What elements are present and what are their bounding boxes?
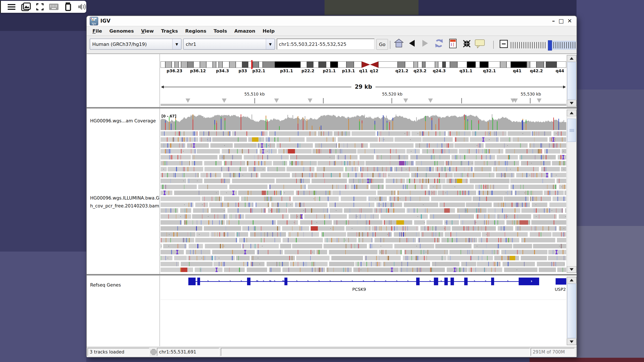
zoom-tick <box>560 42 560 48</box>
copy-icon[interactable] <box>64 2 72 11</box>
go-button[interactable]: Go <box>376 39 388 50</box>
genes-track-label[interactable]: Refseq Genes <box>90 282 121 288</box>
strand-arrow-icon: » <box>256 278 258 283</box>
desktop-patch <box>576 0 644 90</box>
span-label: 29 kb <box>351 84 376 90</box>
coverage-track-label[interactable]: HG00096.wgs...am Coverage <box>90 118 158 123</box>
zoom-tick <box>532 42 532 48</box>
menu-icon[interactable] <box>7 2 16 11</box>
menu-file[interactable]: File <box>89 28 106 34</box>
gene-scrollbar[interactable] <box>567 277 576 345</box>
alignment-data-area[interactable]: [0 - 67] <box>160 109 566 274</box>
region-marker-icon[interactable] <box>222 99 226 103</box>
coverage-track-canvas[interactable] <box>160 114 566 130</box>
title-bar[interactable]: igv IGV – □ ✕ <box>87 16 576 26</box>
band-label: q31.1 <box>460 68 472 73</box>
close-button[interactable]: ✕ <box>566 17 574 24</box>
locus-input[interactable]: chr1:55,503,221-55,532,525 <box>277 39 374 50</box>
chevron-down-icon[interactable]: ▼ <box>266 39 274 49</box>
gene-name-usp24[interactable]: USP2 <box>555 287 566 292</box>
maximize-button[interactable]: □ <box>557 17 565 24</box>
toolbar-separator <box>493 41 494 49</box>
alignment-scrollbar[interactable] <box>567 110 576 273</box>
ruler-border <box>160 104 566 104</box>
region-marker-icon[interactable] <box>403 99 408 103</box>
gene-exon <box>491 278 494 285</box>
menu-help[interactable]: Help <box>259 28 278 34</box>
chevron-down-icon[interactable]: ▼ <box>172 39 181 49</box>
region-marker-icon[interactable] <box>428 99 433 103</box>
speaker-icon[interactable] <box>78 2 86 11</box>
menu-genomes[interactable]: Genomes <box>106 28 138 34</box>
ideogram-band <box>236 61 242 68</box>
home-icon[interactable] <box>394 38 404 48</box>
chromosome-select[interactable]: chr1 ▼ <box>183 39 275 50</box>
minimize-button[interactable]: – <box>550 17 557 24</box>
scroll-down-icon[interactable] <box>567 266 576 273</box>
locus-panel: p36.23p36.12p34.3p33p32.1p31.1p22.2p21.1… <box>87 54 576 107</box>
refresh-icon[interactable] <box>434 38 444 49</box>
panel-splitter[interactable] <box>87 274 576 275</box>
alignment-reads-canvas[interactable] <box>160 131 566 273</box>
panel-divider[interactable] <box>160 109 160 274</box>
band-label: p13.1 <box>342 68 355 73</box>
region-marker-icon[interactable] <box>274 99 279 103</box>
scroll-up-icon[interactable] <box>567 55 576 62</box>
menu-tracks[interactable]: Tracks <box>157 28 182 34</box>
zoom-tick <box>566 42 567 48</box>
ruler-tick <box>530 98 530 103</box>
gene-exon <box>450 278 454 285</box>
fit-window-icon[interactable] <box>462 39 472 48</box>
menu-tools[interactable]: Tools <box>210 28 230 34</box>
ideogram-band <box>346 61 354 68</box>
chromosome-ideogram[interactable] <box>160 61 566 68</box>
scrollbar-thumb[interactable] <box>567 284 576 338</box>
genome-select[interactable]: Human (GRCh37/hg19) ▼ <box>90 39 182 50</box>
scroll-down-icon[interactable] <box>567 100 576 106</box>
ruler-tick <box>392 98 392 103</box>
alignment-track-label-line2[interactable]: h_cov_pcr_free.20140203.bam <box>90 203 160 208</box>
panel-divider[interactable] <box>160 276 160 346</box>
band-label: q11 <box>359 68 368 73</box>
zoom-out-icon[interactable] <box>500 40 508 48</box>
scroll-up-icon[interactable] <box>567 277 576 283</box>
scroll-up-icon[interactable] <box>567 110 576 116</box>
keyboard-icon[interactable] <box>49 2 58 11</box>
screenshot-icon[interactable] <box>21 2 31 11</box>
menu-amazon[interactable]: Amazon <box>230 28 259 34</box>
gene-exon <box>188 278 196 285</box>
back-icon[interactable] <box>408 39 416 47</box>
scrollbar-thumb[interactable] <box>567 62 576 100</box>
desktop-patch <box>0 252 86 362</box>
region-marker-icon[interactable] <box>308 99 312 103</box>
region-marker-icon[interactable] <box>186 99 190 103</box>
gene-track-area[interactable]: ›››››››››››››››››››››››»»» PCSK9 USP2 <box>160 276 566 346</box>
status-indicator-icon[interactable] <box>150 349 156 355</box>
drag-grip[interactable] <box>0 1 2 13</box>
locus-scrollbar[interactable] <box>567 55 576 107</box>
panel-divider[interactable] <box>160 54 160 107</box>
band-label: p31.1 <box>280 68 293 73</box>
region-marker-icon[interactable] <box>537 99 542 103</box>
tooltip-icon[interactable] <box>474 39 485 49</box>
fullscreen-icon[interactable] <box>36 2 44 11</box>
zoom-tick <box>526 42 526 48</box>
alignment-track-label-line1[interactable]: HG00096.wgs.ILLUMINA.bwa.G <box>90 195 160 201</box>
gene-name-pcsk9[interactable]: PCSK9 <box>352 287 366 292</box>
menu-regions[interactable]: Regions <box>182 28 210 34</box>
band-label: p36.23 <box>166 68 182 73</box>
panel-splitter[interactable] <box>87 107 576 109</box>
ideogram-band <box>398 61 405 68</box>
ideogram-ruler-area[interactable]: p36.23p36.12p34.3p33p32.1p31.1p22.2p21.1… <box>160 54 566 107</box>
scrollbar-thumb[interactable] <box>567 119 576 142</box>
forward-icon[interactable] <box>422 39 429 47</box>
scroll-down-icon[interactable] <box>567 339 576 345</box>
zoom-tick <box>575 42 575 48</box>
zoom-slider-thumb[interactable] <box>548 40 552 50</box>
memory-usage-status[interactable]: 291M of 700M <box>530 348 574 356</box>
region-tool-icon[interactable] <box>449 39 457 48</box>
menu-view[interactable]: View <box>138 28 157 34</box>
region-marker-icon[interactable] <box>513 99 518 103</box>
zoom-tick <box>558 42 558 48</box>
zoom-tick <box>573 42 573 48</box>
